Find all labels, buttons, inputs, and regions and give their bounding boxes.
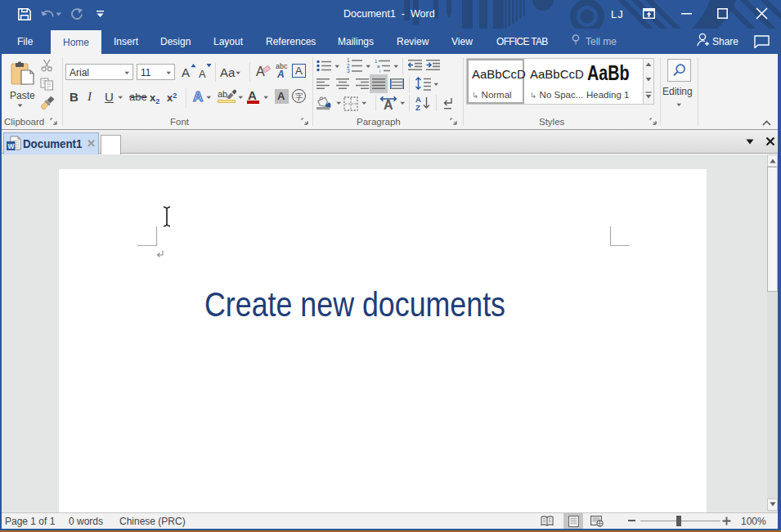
svg-text:Z: Z bbox=[415, 103, 420, 111]
svg-text:A: A bbox=[384, 98, 393, 110]
svg-text:3: 3 bbox=[347, 68, 350, 73]
svg-text:W: W bbox=[7, 142, 15, 150]
svg-text:i: i bbox=[379, 69, 380, 74]
